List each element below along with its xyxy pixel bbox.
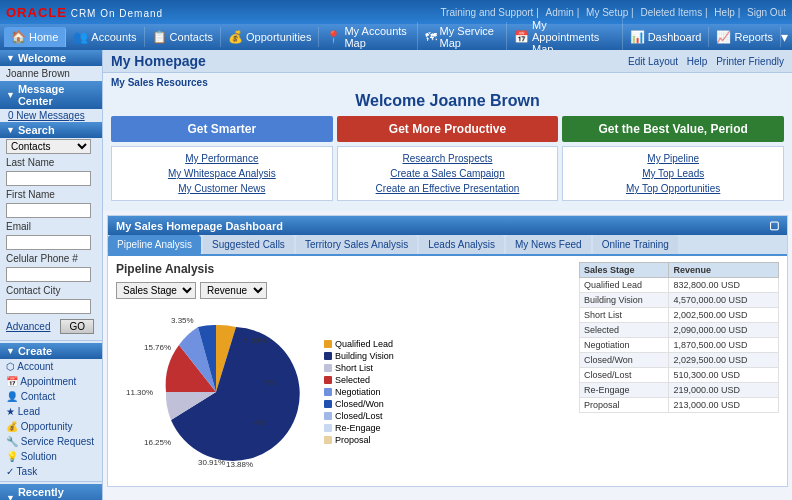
promo-link-campaign[interactable]: Create a Sales Campaign — [344, 166, 552, 181]
tab-suggested[interactable]: Suggested Calls — [203, 235, 294, 254]
cell-rev-3: 2,002,500.00 USD — [669, 308, 779, 323]
legend-dot-selected — [324, 376, 332, 384]
tab-leads[interactable]: Leads Analysis — [419, 235, 504, 254]
create-service-request[interactable]: 🔧 Service Request — [0, 434, 102, 449]
cell-rev-9: 213,000.00 USD — [669, 398, 779, 413]
tab-pipeline[interactable]: Pipeline Analysis — [108, 235, 201, 254]
welcome-message: Welcome Joanne Brown — [111, 92, 784, 110]
cell-stage-3: Short List — [580, 308, 669, 323]
nav-service-map[interactable]: 🗺My Service Map — [418, 22, 507, 52]
chart-controls: Sales Stage Revenue — [116, 282, 571, 299]
table-row: Qualified Lead 832,800.00 USD — [580, 278, 779, 293]
help-content-link[interactable]: Help — [687, 56, 708, 67]
create-appointment[interactable]: 📅 Appointment — [0, 374, 102, 389]
legend-selected: Selected — [324, 375, 394, 385]
cell-stage-9: Proposal — [580, 398, 669, 413]
promo-header-productive[interactable]: Get More Productive — [337, 116, 559, 142]
legend-dot-qualified — [324, 340, 332, 348]
promo-link-whitespace[interactable]: My Whitespace Analysis — [118, 166, 326, 181]
cell-rev-5: 1,870,500.00 USD — [669, 338, 779, 353]
nav-accounts[interactable]: 👥Accounts — [66, 27, 144, 47]
nav-reports[interactable]: 📈Reports — [709, 27, 781, 47]
last-name-input[interactable] — [6, 171, 91, 186]
advanced-link[interactable]: Advanced — [6, 321, 50, 332]
promo-header-smarter[interactable]: Get Smarter — [111, 116, 333, 142]
phone-input[interactable] — [6, 267, 91, 282]
legend-label-short: Short List — [335, 363, 373, 373]
tab-newsfeed[interactable]: My News Feed — [506, 235, 591, 254]
promo-body-smarter: My Performance My Whitespace Analysis My… — [111, 146, 333, 201]
legend-qualified: Qualified Lead — [324, 339, 394, 349]
cell-stage-2: Building Vision — [580, 293, 669, 308]
cell-stage-5: Negotiation — [580, 338, 669, 353]
create-opportunity[interactable]: 💰 Opportunity — [0, 419, 102, 434]
sidebar-message-section[interactable]: ▼ Message Center — [0, 81, 102, 109]
search-type-select[interactable]: Contacts — [6, 139, 91, 154]
create-label: Create — [18, 345, 52, 357]
signout-link[interactable]: Sign Out — [747, 7, 786, 18]
pie-label-7: 15.76% — [144, 343, 171, 352]
promo-body-productive: Research Prospects Create a Sales Campai… — [337, 146, 559, 201]
dashboard-title: My Sales Homepage Dashboard ▢ — [108, 216, 787, 235]
pipeline-chart-area: Pipeline Analysis Sales Stage Revenue — [116, 262, 571, 480]
nav-opportunities[interactable]: 💰Opportunities — [221, 27, 319, 47]
email-input[interactable] — [6, 235, 91, 250]
promo-link-opportunities[interactable]: My Top Opportunities — [569, 181, 777, 196]
promo-link-performance[interactable]: My Performance — [118, 151, 326, 166]
stage-select[interactable]: Sales Stage — [116, 282, 196, 299]
nav-accounts-map[interactable]: 📍My Accounts Map — [319, 22, 417, 52]
nav-home[interactable]: 🏠Home — [4, 27, 66, 47]
pipeline-data-table: Sales Stage Revenue Qualified Lead 832,8… — [579, 262, 779, 413]
last-name-label: Last Name — [0, 155, 102, 170]
tab-territory[interactable]: Territory Sales Analysis — [296, 235, 417, 254]
legend-dot-reengage — [324, 424, 332, 432]
sidebar-username: Joanne Brown — [0, 66, 102, 81]
cell-rev-4: 2,090,000.00 USD — [669, 323, 779, 338]
create-task[interactable]: ✓ Task — [0, 464, 102, 479]
dashboard-collapse-icon[interactable]: ▢ — [769, 219, 779, 232]
legend-negotiation: Negotiation — [324, 387, 394, 397]
sidebar-welcome-section[interactable]: ▼ Welcome — [0, 50, 102, 66]
cell-stage-6: Closed/Won — [580, 353, 669, 368]
printer-link[interactable]: Printer Friendly — [716, 56, 784, 67]
legend-label-closed-won: Closed/Won — [335, 399, 384, 409]
nav-more-arrow[interactable]: ▾ — [781, 29, 788, 45]
create-contact[interactable]: 👤 Contact — [0, 389, 102, 404]
promo-header-value[interactable]: Get the Best Value, Period — [562, 116, 784, 142]
search-go-button[interactable]: GO — [60, 319, 94, 334]
promo-link-pipeline[interactable]: My Pipeline — [569, 151, 777, 166]
legend-label-negotiation: Negotiation — [335, 387, 381, 397]
nav-dashboard[interactable]: 📊Dashboard — [623, 27, 710, 47]
revenue-select[interactable]: Revenue — [200, 282, 267, 299]
nav-contacts[interactable]: 📋Contacts — [145, 27, 221, 47]
promo-link-presentation[interactable]: Create an Effective Presentation — [344, 181, 552, 196]
pie-label-8: 3.35% — [171, 316, 194, 325]
sidebar-search-section[interactable]: ▼ Search — [0, 122, 102, 138]
city-input[interactable] — [6, 299, 91, 314]
first-name-input[interactable] — [6, 203, 91, 218]
promo-link-news[interactable]: My Customer News — [118, 181, 326, 196]
main-layout: ▼ Welcome Joanne Brown ▼ Message Center … — [0, 50, 792, 500]
legend-closed-won: Closed/Won — [324, 399, 394, 409]
pie-label-9: 30.91% — [198, 458, 225, 467]
cell-stage-1: Qualified Lead — [580, 278, 669, 293]
sidebar-divider2 — [0, 481, 102, 482]
promo-link-leads[interactable]: My Top Leads — [569, 166, 777, 181]
help-link[interactable]: Help — [714, 7, 735, 18]
deleted-link[interactable]: Deleted Items — [640, 7, 702, 18]
sidebar-recent-section[interactable]: ▼ Recently Viewed — [0, 484, 102, 500]
create-account[interactable]: ⬡ Account — [0, 359, 102, 374]
legend-closed-lost: Closed/Lost — [324, 411, 394, 421]
tab-training[interactable]: Online Training — [593, 235, 678, 254]
legend-dot-closed-won — [324, 400, 332, 408]
edit-layout-link[interactable]: Edit Layout — [628, 56, 678, 67]
cell-rev-2: 4,570,000.00 USD — [669, 293, 779, 308]
create-solution[interactable]: 💡 Solution — [0, 449, 102, 464]
sidebar-create-section[interactable]: ▼ Create — [0, 343, 102, 359]
legend-dot-building — [324, 352, 332, 360]
pie-label-2: 7% — [264, 378, 276, 387]
create-lead[interactable]: ★ Lead — [0, 404, 102, 419]
promo-link-research[interactable]: Research Prospects — [344, 151, 552, 166]
pipeline-title: Pipeline Analysis — [116, 262, 571, 276]
new-messages-link[interactable]: 0 New Messages — [0, 109, 102, 122]
